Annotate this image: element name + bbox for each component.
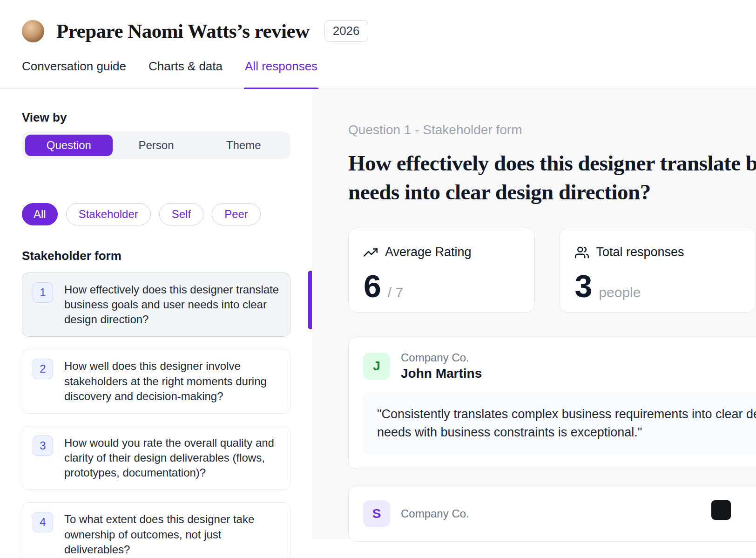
reviewer-identity: Company Co. John Martins	[401, 351, 482, 381]
total-responses-value-row: 3 people	[575, 268, 741, 304]
reviewer-company: Company Co.	[401, 351, 482, 364]
response-card-second: S Company Co.	[348, 486, 756, 542]
avatar	[22, 20, 44, 42]
tab-bar: Conversation guide Charts & data All res…	[0, 55, 756, 89]
response-card-john-martins: J Company Co. John Martins "Consistently…	[348, 337, 756, 469]
response-quote-line1: "Consistently translates complex busines…	[377, 405, 756, 423]
stakeholder-form-heading: Stakeholder form	[22, 249, 290, 263]
question-item-3[interactable]: 3 How would you rate the overall quality…	[22, 426, 290, 490]
tab-conversation-guide[interactable]: Conversation guide	[22, 59, 126, 88]
reviewer-company: Company Co.	[401, 507, 469, 520]
main-panel: Question 1 - Stakeholder form How effect…	[312, 89, 756, 539]
total-responses-suffix: people	[599, 285, 641, 300]
total-responses-card: Total responses 3 people	[560, 228, 756, 313]
question-item-2[interactable]: 2 How well does this designer involve st…	[22, 349, 290, 413]
question-item-1[interactable]: 1 How effectively does this designer tra…	[22, 272, 290, 337]
average-rating-card: Average Rating 6 / 7	[348, 228, 535, 313]
question-number-badge: 1	[33, 282, 53, 303]
dark-thumbnail	[711, 500, 731, 520]
header: Prepare Naomi Watts’s review 2026	[0, 0, 756, 55]
app-window: Prepare Naomi Watts’s review 2026 Conver…	[0, 0, 756, 558]
response-quote-line2: needs with business constraints is excep…	[377, 423, 756, 442]
filter-all[interactable]: All	[22, 203, 58, 225]
segment-question[interactable]: Question	[25, 135, 113, 156]
response-header: S Company Co.	[363, 500, 756, 527]
filter-self[interactable]: Self	[159, 203, 203, 225]
stats-row: Average Rating 6 / 7	[348, 228, 756, 313]
reviewer-initial-avatar: S	[363, 500, 390, 527]
question-number-badge: 3	[33, 436, 53, 456]
total-responses-header: Total responses	[575, 245, 741, 259]
question-heading: How effectively does this designer trans…	[348, 149, 756, 206]
question-text: How would you rate the overall quality a…	[64, 436, 280, 480]
question-text: How well does this designer involve stak…	[64, 359, 280, 403]
average-rating-value-row: 6 / 7	[364, 268, 520, 304]
filter-stakeholder[interactable]: Stakeholder	[66, 203, 151, 225]
year-badge: 2026	[324, 20, 368, 42]
response-header: J Company Co. John Martins	[363, 351, 756, 381]
sidebar: View by Question Person Theme All Stakeh…	[0, 89, 312, 539]
reviewer-identity: Company Co.	[401, 507, 469, 520]
filter-peer[interactable]: Peer	[212, 203, 261, 225]
response-quote: "Consistently translates complex busines…	[363, 392, 756, 455]
average-rating-value: 6	[364, 268, 381, 304]
segment-person[interactable]: Person	[113, 135, 200, 156]
page-title: Prepare Naomi Watts’s review	[56, 20, 310, 42]
segment-theme[interactable]: Theme	[200, 135, 287, 156]
question-item-4[interactable]: 4 To what extent does this designer take…	[22, 502, 290, 558]
view-mode-segmented-control: Question Person Theme	[22, 131, 290, 159]
average-rating-header: Average Rating	[364, 245, 520, 259]
tab-charts-data[interactable]: Charts & data	[148, 59, 223, 88]
responses-list: J Company Co. John Martins "Consistently…	[348, 337, 756, 542]
total-responses-value: 3	[575, 268, 593, 304]
trending-up-icon	[364, 245, 378, 259]
tab-all-responses[interactable]: All responses	[245, 59, 317, 88]
question-number-badge: 4	[33, 512, 53, 532]
question-heading-line1: How effectively does this designer trans…	[348, 149, 756, 177]
average-rating-label: Average Rating	[385, 245, 472, 259]
question-text: How effectively does this designer trans…	[64, 282, 280, 327]
question-heading-line2: needs into clear design direction?	[348, 177, 756, 206]
average-rating-suffix: / 7	[388, 285, 403, 300]
question-list: 1 How effectively does this designer tra…	[22, 272, 290, 558]
question-number-badge: 2	[33, 359, 53, 379]
content: View by Question Person Theme All Stakeh…	[0, 89, 756, 539]
total-responses-label: Total responses	[596, 245, 684, 259]
question-text: To what extent does this designer take o…	[64, 512, 280, 557]
users-icon	[575, 245, 589, 259]
question-context-label: Question 1 - Stakeholder form	[348, 122, 756, 137]
view-by-label: View by	[22, 110, 290, 125]
reviewer-initial-avatar: J	[363, 353, 390, 380]
filter-pills: All Stakeholder Self Peer	[22, 203, 290, 225]
reviewer-name: John Martins	[401, 366, 482, 381]
